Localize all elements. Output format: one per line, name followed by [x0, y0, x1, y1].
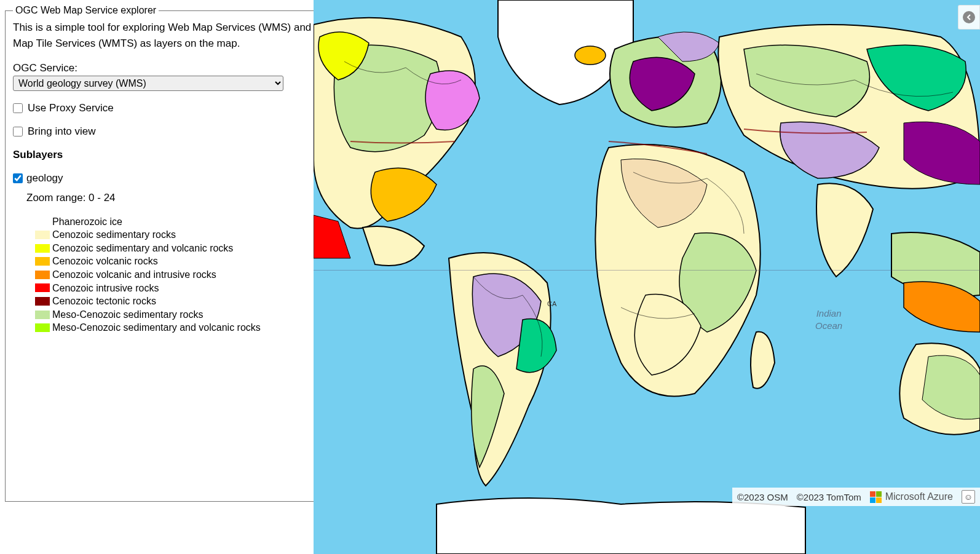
legend-swatch [35, 311, 50, 319]
chevron-left-icon [963, 11, 975, 23]
sublayer-geology-label: geology [26, 172, 63, 184]
ogc-service-select[interactable]: World geology survey (WMS) [13, 76, 283, 91]
legend-label: Cenozoic sedimentary rocks [52, 228, 176, 242]
legend-item: Cenozoic volcanic rocks [35, 255, 342, 268]
legend-item: Cenozoic sedimentary and volcanic rocks [35, 242, 342, 255]
sublayers-header: Sublayers [13, 149, 342, 161]
legend-swatch [35, 217, 50, 226]
legend-label: Cenozoic sedimentary and volcanic rocks [52, 242, 233, 255]
legend-list: Phanerozoic iceCenozoic sedimentary rock… [35, 215, 342, 334]
legend-label: Cenozoic volcanic and intrusive rocks [52, 268, 216, 282]
use-proxy-row: Use Proxy Service [13, 102, 342, 114]
panel-collapse-button[interactable] [958, 5, 980, 30]
legend-label: Cenozoic intrusive rocks [52, 282, 159, 295]
bring-into-view-checkbox[interactable] [13, 127, 23, 137]
legend-item: Cenozoic volcanic and intrusive rocks [35, 268, 342, 282]
control-panel: OGC Web Map Service explorer This is a s… [0, 0, 314, 554]
feedback-button[interactable]: ☺ [962, 490, 975, 504]
equator-line [314, 270, 980, 271]
map-attribution: ©2023 OSM ©2023 TomTom Microsoft Azure ☺ [732, 488, 980, 506]
sublayer-geology-checkbox[interactable] [13, 173, 23, 183]
legend-item: Meso-Cenozoic sedimentary and volcanic r… [35, 321, 342, 334]
legend-swatch [35, 297, 50, 306]
brand-text: Microsoft Azure [885, 491, 953, 502]
legend-label: Cenozoic volcanic rocks [52, 255, 158, 268]
bring-into-view-label: Bring into view [28, 125, 96, 138]
use-proxy-label: Use Proxy Service [28, 102, 114, 114]
zoom-range-label: Zoom range: 0 - 24 [26, 192, 342, 204]
attribution-osm: ©2023 OSM [737, 492, 788, 502]
legend-swatch [35, 283, 50, 292]
map-canvas[interactable]: Indian Ocean CA ©2023 OSM ©2023 TomTom M… [314, 0, 980, 554]
legend-swatch [35, 271, 50, 279]
microsoft-azure-logo: Microsoft Azure [870, 491, 953, 503]
legend-item: Cenozoic sedimentary rocks [35, 228, 342, 242]
explorer-fieldset: OGC Web Map Service explorer This is a s… [5, 5, 350, 502]
sublayers-container[interactable]: geology Zoom range: 0 - 24 Phanerozoic i… [13, 172, 342, 350]
use-proxy-checkbox[interactable] [13, 103, 23, 113]
legend-item: Cenozoic tectonic rocks [35, 295, 342, 308]
svg-point-1 [575, 46, 606, 65]
legend-item: Cenozoic intrusive rocks [35, 282, 342, 295]
legend-label: Cenozoic tectonic rocks [52, 295, 156, 308]
description-text: This is a simple tool for exploring Web … [13, 20, 342, 52]
legend-swatch [35, 257, 50, 266]
legend-label: Meso-Cenozoic sedimentary and volcanic r… [52, 321, 261, 334]
legend-item: Phanerozoic ice [35, 215, 342, 229]
legend-swatch [35, 244, 50, 253]
legend-swatch [35, 323, 50, 332]
legend-item: Meso-Cenozoic sedimentary rocks [35, 308, 342, 322]
bring-into-view-row: Bring into view [13, 125, 342, 138]
map-svg [314, 0, 980, 554]
legend-label: Phanerozoic ice [52, 215, 122, 229]
microsoft-logo-icon [870, 491, 882, 503]
map-small-label: CA [547, 300, 556, 307]
legend-label: Meso-Cenozoic sedimentary rocks [52, 308, 203, 322]
attribution-tomtom: ©2023 TomTom [797, 492, 861, 502]
panel-legend: OGC Web Map Service explorer [13, 5, 159, 16]
sublayer-row: geology [13, 172, 342, 184]
service-label: OGC Service: [13, 62, 342, 74]
smiley-icon: ☺ [964, 492, 973, 502]
ocean-label: Indian Ocean [815, 307, 842, 331]
legend-swatch [35, 231, 50, 239]
